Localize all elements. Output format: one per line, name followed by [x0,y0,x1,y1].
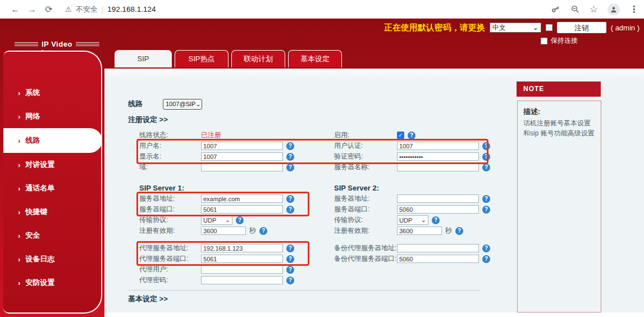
server1-expire-label: 注册有效期: [139,226,201,236]
tab-sip[interactable]: SIP [115,50,172,67]
display-name-input[interactable] [201,152,283,161]
zoom-icon[interactable] [570,4,580,14]
server2-expire-unit: 秒 [445,226,452,236]
url-separator: | [102,5,104,14]
register-settings-title[interactable]: 注册设定 >> [128,115,514,124]
help-icon[interactable]: ? [286,206,294,214]
auth-user-input[interactable] [397,142,479,150]
help-icon[interactable]: ? [286,195,294,203]
help-icon[interactable]: ? [286,255,294,263]
auth-user-label: 用户认证: [334,141,397,151]
profile-avatar[interactable] [608,3,620,16]
server1-protocol-select[interactable]: UDP⌄ [201,215,232,225]
sidebar-item-device-log[interactable]: ›设备日志 [3,247,101,271]
bookmark-star-icon[interactable]: ☆ [590,4,598,14]
server2-port-input[interactable] [397,205,479,214]
help-icon[interactable]: ? [286,277,294,284]
domain-input[interactable] [201,163,283,171]
help-icon[interactable]: ? [482,142,490,150]
server1-address-input[interactable] [201,194,283,203]
row-proxy-password: 代理密码: ? [139,275,514,286]
proxy-user-input[interactable] [201,265,283,274]
help-icon[interactable]: ? [482,164,490,171]
help-icon[interactable]: ? [286,266,294,274]
note-box: 描述: 话机注册账号基本设置和sip 账号功能高级设置 [517,101,601,313]
help-icon[interactable]: ? [286,153,294,161]
help-icon[interactable]: ? [482,195,490,203]
tab-sip-hotspot[interactable]: SIP热点 [175,50,229,67]
help-icon[interactable]: ? [408,132,415,139]
backup-proxy-port-input[interactable] [397,255,479,263]
reload-icon[interactable]: ⟳ [40,4,57,15]
forward-icon[interactable]: → [24,4,40,15]
help-icon[interactable]: ? [286,164,294,171]
row-server-address: 服务器地址: ? 服务器地址: ? [139,193,514,204]
sidebar-item-label: 线路 [25,135,40,146]
proxy-port-input[interactable] [201,255,283,263]
chevron-right-icon: › [18,184,20,193]
language-select[interactable]: 中文 ⌄ [490,22,541,33]
chevron-down-icon: ⌄ [421,216,426,224]
server2-expire-input[interactable] [397,227,442,235]
server1-port-label: 服务器端口: [139,205,201,214]
browser-toolbar: ← → ⟳ ⚠ 不安全 | 192.168.1.124 ☆ ⋮ [0,0,644,19]
sidebar-item-network[interactable]: ›网络 [3,105,101,128]
server2-protocol-select[interactable]: UDP⌄ [397,215,428,225]
help-icon[interactable]: ? [259,227,267,235]
back-icon[interactable]: ← [7,4,24,15]
tab-basic-settings[interactable]: 基本设定 [288,50,342,67]
keep-connected-checkbox[interactable] [541,38,547,44]
sidebar-item-label: 对讲设置 [25,160,54,170]
help-icon[interactable]: ? [432,216,440,224]
not-secure-warning-icon[interactable]: ⚠ [65,5,72,13]
bottom-strip [104,313,644,317]
header-checkbox[interactable] [546,24,552,31]
browser-menu-icon[interactable]: ⋮ [629,4,638,15]
sidebar-item-system[interactable]: ›系统 [3,81,101,105]
server-name-input[interactable] [397,163,479,171]
help-icon[interactable]: ? [482,255,490,263]
enable-label: 启用: [334,130,397,140]
logout-button[interactable]: 注销 [557,22,606,33]
sidebar-item-call-list[interactable]: ›通话名单 [3,176,101,200]
help-icon[interactable]: ? [455,227,463,235]
help-icon[interactable]: ? [482,153,490,161]
help-icon[interactable]: ? [482,244,490,252]
tab-action-plan[interactable]: 联动计划 [231,50,285,67]
server1-expire-unit: 秒 [249,226,256,236]
content-panel: 线路 1007@SIP ⌄ 注册设定 >> 线路状态: 已注册 启用: ✓ ? [104,69,644,313]
logo-decor-lines [76,42,99,47]
address-bar[interactable]: ⚠ 不安全 | 192.168.1.124 [65,4,156,15]
username-input[interactable] [201,142,283,150]
proxy-password-input[interactable] [201,276,283,284]
backup-proxy-address-input[interactable] [397,244,479,252]
sidebar-item-security-settings[interactable]: ›安防设置 [3,271,101,295]
help-icon[interactable]: ? [286,244,294,252]
help-icon[interactable]: ? [482,206,490,214]
sidebar-item-intercom-settings[interactable]: ›对讲设置 [3,153,101,176]
line-select[interactable]: 1007@SIP ⌄ [163,99,202,110]
url-text[interactable]: 192.168.1.124 [107,5,156,13]
sidebar-item-line[interactable]: ›线路 [3,128,102,153]
server1-expire-input[interactable] [201,227,246,235]
server2-address-input[interactable] [397,194,479,203]
line-label: 线路 [128,99,163,109]
help-icon[interactable]: ? [236,216,244,224]
proxy-port-label: 代理服务器端口: [139,254,201,264]
key-icon[interactable] [551,4,561,15]
basic-settings-title[interactable]: 基本设定 >> [128,294,514,303]
sidebar-item-security[interactable]: ›安全 [3,224,101,247]
sidebar-nav: ›系统 ›网络 ›线路 ›对讲设置 ›通话名单 ›快捷键 ›安全 ›设备日志 ›… [3,51,102,314]
chevron-right-icon: › [18,255,20,264]
server1-port-input[interactable] [201,205,283,214]
intercom-web-app: 正在使用默认密码，请更换 中文 ⌄ 注销 ( admin ) 保持连接 IP V… [0,19,644,317]
enable-checkbox[interactable]: ✓ [397,132,404,139]
sidebar-item-function-key[interactable]: ›快捷键 [3,200,101,224]
backup-proxy-port-label: 备份代理服务器端口: [334,254,397,264]
proxy-address-input[interactable] [201,244,283,252]
sidebar-item-label: 系统 [25,88,40,98]
server2-port-label: 服务器端口: [334,205,397,214]
auth-password-input[interactable] [397,152,479,161]
help-icon[interactable]: ? [286,142,294,150]
row-display-name: 显示名: ? 验证密码: ? [139,151,514,162]
